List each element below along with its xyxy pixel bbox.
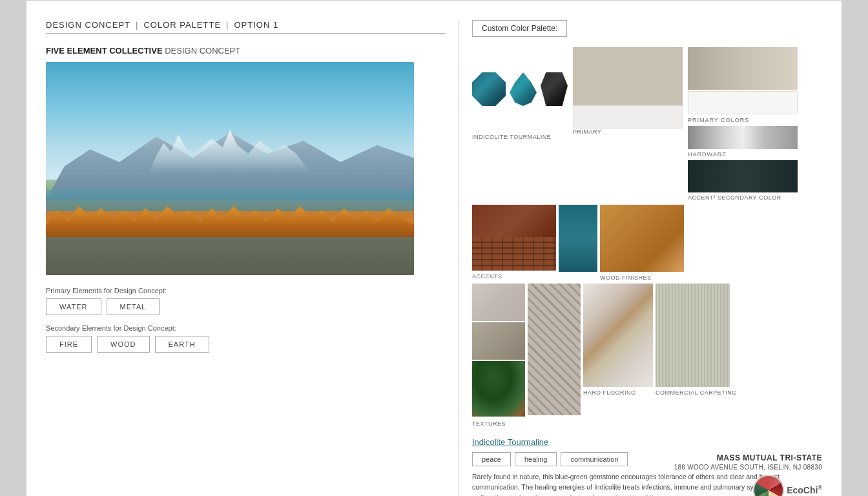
- gems-block: INDICOLITE TOURMALINE: [472, 47, 568, 201]
- gem-drop-icon: [510, 72, 537, 106]
- diamond-col: [528, 284, 581, 415]
- title-design-concept: DESIGN CONCEPT: [46, 20, 130, 30]
- keyword-healing: healing: [515, 452, 557, 466]
- wood-swatch: [600, 205, 684, 272]
- brick-col: ACCENTS: [472, 205, 556, 280]
- secondary-elements: FIRE WOOD EARTH: [46, 336, 446, 353]
- brick-swatch-1: [472, 205, 556, 237]
- page-header: DESIGN CONCEPT | COLOR PALETTE | OPTION …: [46, 20, 446, 34]
- element-fire: FIRE: [46, 336, 92, 353]
- palette-title: Custom Color Palette:: [472, 20, 567, 37]
- page-container: DESIGN CONCEPT | COLOR PALETTE | OPTION …: [26, 0, 842, 496]
- footer-address: 186 WOOD AVENUE SOUTH, ISELIN, NJ 08830: [674, 464, 822, 471]
- footer: MASS MUTUAL TRI-STATE 186 WOOD AVENUE SO…: [674, 453, 822, 496]
- right-panel: Custom Color Palette: INDICOLITE TOURMAL…: [459, 20, 822, 496]
- hardware-label: HARDWARE: [688, 151, 798, 158]
- wood-label: WOOD FINISHES: [600, 274, 684, 281]
- concept-name-regular: DESIGN CONCEPT: [165, 46, 240, 56]
- primary-swatch-large: [573, 47, 683, 105]
- main-landscape-image: [46, 62, 414, 275]
- footer-company: MASS MUTUAL TRI-STATE: [717, 453, 822, 462]
- materials-row: TEXTURES HARD FLOORING COMMERCIAL CARPET…: [472, 284, 822, 427]
- stone-tex-1: [472, 284, 525, 321]
- marble-swatch: [583, 284, 653, 387]
- separator-2: |: [226, 20, 229, 30]
- concept-name-bold: FIVE ELEMENT COLLECTIVE: [46, 46, 163, 56]
- primary-color-white: [688, 91, 798, 114]
- mountain-scene: [46, 62, 414, 275]
- primary-colors-block: PRIMARY COLORS HARDWARE ACCENT/ SECONDAR…: [688, 47, 798, 201]
- teal-accent-swatch: [559, 205, 597, 272]
- accents-label: ACCENTS: [472, 273, 556, 280]
- wood-col: WOOD FINISHES: [600, 205, 684, 281]
- carpet-swatch: [656, 284, 730, 387]
- element-wood: WOOD: [97, 336, 149, 353]
- marble-col: HARD FLOORING: [583, 284, 653, 396]
- carpet-col: COMMERCIAL CARPETING: [656, 284, 737, 396]
- primary-elements: WATER METAL: [46, 298, 446, 315]
- diamond-texture: [528, 284, 581, 415]
- stone-tex-2: [472, 322, 525, 360]
- accent-label: ACCENT/ SECONDARY COLOR: [688, 194, 798, 201]
- foreground: [46, 237, 414, 275]
- primary-colors-label: PRIMARY COLORS: [688, 117, 798, 123]
- left-panel: DESIGN CONCEPT | COLOR PALETTE | OPTION …: [46, 20, 459, 496]
- hardware-swatch: [688, 126, 798, 149]
- gem-teal-icon: [472, 72, 506, 106]
- water-layer: [46, 190, 414, 211]
- textures-label: TEXTURES: [472, 420, 525, 427]
- ecochi-logo-text: EcoChi®: [787, 484, 822, 495]
- ecochi-logo-circle: [753, 475, 784, 496]
- textures-col: TEXTURES: [472, 284, 525, 427]
- indicolite-heading: Indicolite Tourmaline: [472, 437, 822, 447]
- element-water: WATER: [46, 298, 101, 315]
- primary-swatch-small: [573, 105, 683, 129]
- plant-image: [472, 361, 525, 417]
- teal-col: [559, 205, 597, 274]
- accent-dark-swatch: [688, 160, 798, 192]
- title-option: OPTION 1: [234, 20, 278, 30]
- ecochi-logo: EcoChi®: [753, 475, 822, 496]
- brick-swatch-2: [472, 237, 556, 271]
- element-metal: METAL: [107, 298, 160, 315]
- primary-label: PRIMARY: [573, 129, 683, 135]
- accents-wood-row: ACCENTS WOOD FINISHES: [472, 205, 822, 281]
- title-color-palette: COLOR PALETTE: [143, 20, 221, 30]
- indicolite-tourmaline-label: INDICOLITE TOURMALINE: [472, 134, 568, 140]
- keyword-communication: communication: [561, 452, 628, 466]
- gems-row: [472, 47, 568, 131]
- primary-label: Primary Elements for Design Concept:: [46, 287, 446, 294]
- commercial-carpeting-label: COMMERCIAL CARPETING: [656, 389, 737, 396]
- gem-black-icon: [541, 72, 568, 106]
- element-earth: EARTH: [155, 336, 209, 353]
- separator-1: |: [136, 20, 138, 30]
- hard-flooring-label: HARD FLOORING: [583, 389, 653, 396]
- keyword-peace: peace: [472, 452, 511, 466]
- concept-subtitle: FIVE ELEMENT COLLECTIVE DESIGN CONCEPT: [46, 46, 446, 56]
- primary-color-tan: [688, 47, 798, 90]
- secondary-label: Secondary Elements for Design Concept:: [46, 324, 446, 332]
- primary-swatch-block: PRIMARY: [573, 47, 683, 201]
